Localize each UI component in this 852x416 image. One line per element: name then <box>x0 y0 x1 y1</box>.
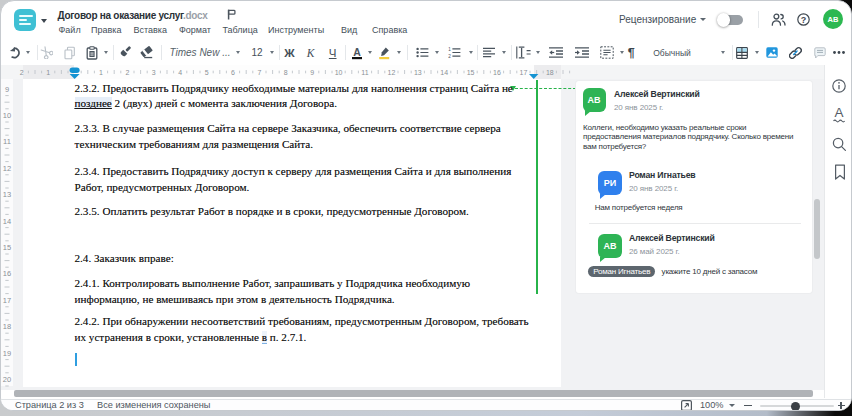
svg-text:3: 3 <box>152 69 156 76</box>
svg-text:14: 14 <box>3 217 11 226</box>
svg-text:17: 17 <box>520 69 528 76</box>
svg-text:13: 13 <box>3 190 11 199</box>
svg-text:7: 7 <box>257 69 261 76</box>
svg-text:11: 11 <box>361 69 368 76</box>
svg-text:2: 2 <box>448 54 451 58</box>
svg-text:14: 14 <box>440 69 448 76</box>
svg-text:10: 10 <box>335 69 343 76</box>
svg-text:12: 12 <box>3 164 11 173</box>
svg-text:1: 1 <box>448 47 451 52</box>
svg-text:?: ? <box>801 15 807 25</box>
svg-text:2: 2 <box>20 69 24 76</box>
svg-text:15: 15 <box>467 69 475 76</box>
svg-text:11: 11 <box>3 137 11 146</box>
svg-text:19: 19 <box>3 349 11 358</box>
svg-text:9: 9 <box>5 85 9 94</box>
svg-text:10: 10 <box>3 111 11 120</box>
svg-text:16: 16 <box>3 269 11 278</box>
svg-text:18: 18 <box>3 322 11 331</box>
svg-text:6: 6 <box>231 69 235 76</box>
svg-text:1: 1 <box>99 69 103 76</box>
svg-text:16: 16 <box>493 69 501 76</box>
svg-text:1: 1 <box>46 69 50 76</box>
svg-text:17: 17 <box>3 296 11 305</box>
svg-text:15: 15 <box>3 243 11 252</box>
svg-text:20: 20 <box>3 375 11 384</box>
svg-text:A: A <box>353 46 361 58</box>
svg-text:2: 2 <box>125 69 129 76</box>
svg-text:5: 5 <box>205 69 209 76</box>
svg-text:13: 13 <box>414 69 422 76</box>
svg-text:4: 4 <box>178 69 182 76</box>
svg-text:9: 9 <box>310 69 314 76</box>
svg-text:8: 8 <box>284 69 288 76</box>
svg-text:18: 18 <box>546 69 554 76</box>
svg-text:А: А <box>834 105 843 120</box>
svg-text:12: 12 <box>388 69 396 76</box>
